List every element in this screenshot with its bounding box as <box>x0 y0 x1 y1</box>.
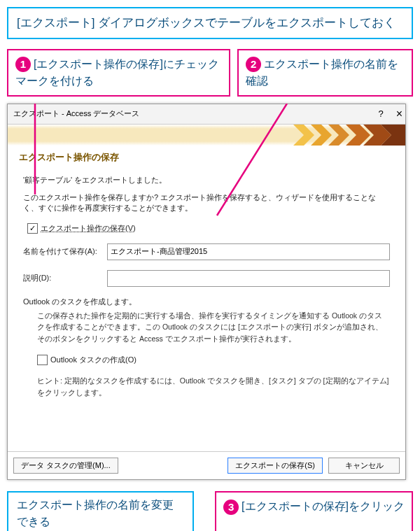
btn-manage-tasks[interactable]: データ タスクの管理(M)... <box>13 458 118 474</box>
callout-top: [エクスポート] ダイアログボックスでテーブルをエクスポートしておく <box>7 7 413 39</box>
desc-input[interactable] <box>107 270 390 287</box>
chk-save-export[interactable]: ✓ <box>27 223 38 234</box>
help-icon[interactable]: ? <box>378 108 383 119</box>
btn-cancel[interactable]: キャンセル <box>328 458 400 474</box>
exported-msg: '顧客テーブル' をエクスポートしました。 <box>23 175 390 185</box>
callout-1-num: 1 <box>15 57 31 72</box>
callout-2: 2エクスポート操作の名前を確認 <box>237 49 413 97</box>
callout-top-text: [エクスポート] ダイアログボックスでテーブルをエクスポートしておく <box>17 16 396 29</box>
svg-marker-0 <box>293 125 314 146</box>
name-label: 名前を付けて保存(A): <box>23 246 107 257</box>
dialog-subtitle: エクスポート操作の保存 <box>8 146 405 169</box>
outlook-desc: この保存された操作を定期的に実行する場合、操作を実行するタイミングを通知する O… <box>37 310 390 345</box>
titlebar: エクスポート - Access データベース ? × <box>8 104 405 125</box>
callout-1-text: [エクスポート操作の保存]にチェックマークを付ける <box>15 58 219 87</box>
chk-outlook-task[interactable] <box>37 355 48 365</box>
callout-3-text: [エクスポートの保存]をクリック <box>241 500 405 512</box>
save-question: このエクスポート操作を保存しますか? エクスポート操作を保存すると、ウィザードを… <box>23 192 390 213</box>
decorative-arrows <box>279 125 405 146</box>
chk-save-export-label[interactable]: エクスポート操作の保存(V) <box>41 223 136 234</box>
dialog-footer: データ タスクの管理(M)... エクスポートの保存(S) キャンセル <box>8 451 405 479</box>
btn-save-export[interactable]: エクスポートの保存(S) <box>227 458 323 474</box>
callout-2-text: エクスポート操作の名前を確認 <box>246 58 398 87</box>
header-band <box>8 125 405 146</box>
hint-text: ヒント: 定期的なタスクを作成するには、Outlook でタスクを開き、[タスク… <box>37 375 390 399</box>
close-icon[interactable]: × <box>396 108 402 120</box>
callout-rename-text: エクスポート操作の名前を変更できる <box>17 499 174 528</box>
callout-3-num: 3 <box>223 500 239 515</box>
export-dialog: エクスポート - Access データベース ? × エクスポート操作の保存 '… <box>7 104 406 481</box>
desc-label: 説明(D): <box>23 273 107 283</box>
callout-rename: エクスポート操作の名前を変更できる <box>7 491 194 531</box>
callout-1: 1[エクスポート操作の保存]にチェックマークを付ける <box>7 49 230 97</box>
callout-2-num: 2 <box>246 57 261 72</box>
dialog-title: エクスポート - Access データベース <box>13 108 139 119</box>
outlook-header: Outlook のタスクを作成します。 <box>23 297 390 307</box>
callout-3: 3[エクスポートの保存]をクリック <box>215 491 413 531</box>
name-input[interactable] <box>107 243 390 260</box>
chk-outlook-label[interactable]: Outlook タスクの作成(O) <box>50 355 136 365</box>
